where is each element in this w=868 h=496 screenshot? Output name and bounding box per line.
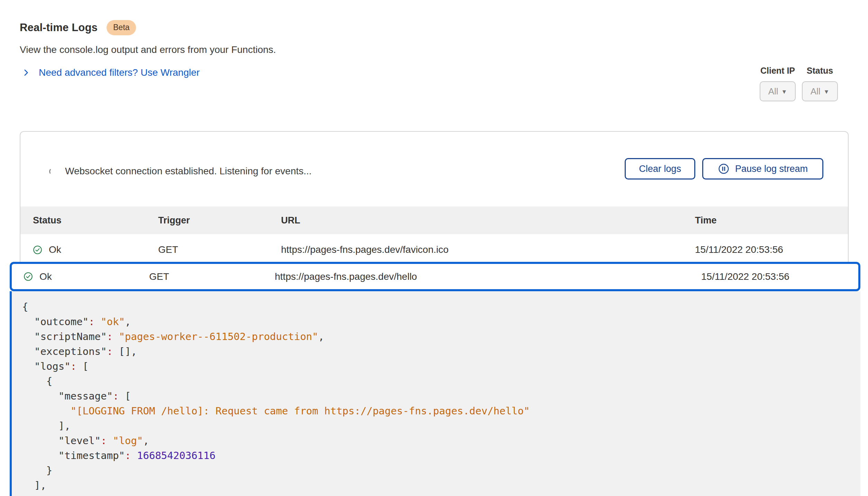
log-actions: Clear logs Pause log stream [625,158,823,180]
status-filter-value: All [811,86,821,97]
log-detail-panel: { "outcome": "ok", "scriptName": "pages-… [10,291,860,496]
expanded-log-entry: Ok GET https://pages-fns.pages.dev/hello… [10,262,860,496]
column-header-time: Time [695,215,835,226]
pause-circle-icon [718,163,730,175]
row-time: 15/11/2022 20:53:56 [701,271,847,282]
page-subtitle: View the console.log output and errors f… [20,44,276,55]
status-filter-dropdown[interactable]: All ▼ [802,81,838,101]
row-time: 15/11/2022 20:53:56 [695,244,835,255]
status-filter-label: Status [802,66,838,76]
column-header-url: URL [281,215,695,226]
status-filter: Status All ▼ [802,66,838,101]
wrangler-link[interactable]: Need advanced filters? Use Wrangler [21,67,200,78]
column-header-status: Status [33,215,158,226]
realtime-logs-page: Real-time Logs Beta View the console.log… [0,0,868,496]
caret-down-icon: ▼ [781,88,787,95]
log-panel-toolbar: Websocket connection established. Listen… [20,132,848,206]
log-detail-json: { "outcome": "ok", "scriptName": "pages-… [22,300,860,493]
pause-log-stream-label: Pause log stream [735,164,808,174]
beta-badge: Beta [107,20,136,35]
page-title: Real-time Logs [20,21,98,34]
row-status-label: Ok [49,244,61,255]
client-ip-filter-value: All [768,86,778,97]
row-trigger: GET [149,271,275,282]
client-ip-filter-dropdown[interactable]: All ▼ [760,81,796,101]
caret-down-icon: ▼ [824,88,830,95]
success-check-icon [24,272,33,281]
client-ip-filter-label: Client IP [760,66,796,76]
success-check-icon [33,245,42,255]
wrangler-link-label: Need advanced filters? Use Wrangler [39,67,200,78]
websocket-status: Websocket connection established. Listen… [48,166,311,177]
chevron-right-icon [21,67,30,78]
client-ip-filter: Client IP All ▼ [760,66,796,101]
row-url: https://pages-fns.pages.dev/favicon.ico [281,244,695,255]
row-trigger: GET [158,244,281,255]
pause-log-stream-button[interactable]: Pause log stream [702,158,823,180]
table-row-selected[interactable]: Ok GET https://pages-fns.pages.dev/hello… [10,262,860,291]
loading-spinner-icon [48,167,57,176]
log-table-header: Status Trigger URL Time [20,206,848,234]
page-header: Real-time Logs Beta [20,20,136,35]
websocket-status-text: Websocket connection established. Listen… [65,166,311,177]
row-status-label: Ok [39,271,52,282]
clear-logs-button[interactable]: Clear logs [625,158,695,180]
table-row[interactable]: Ok GET https://pages-fns.pages.dev/favic… [20,234,848,265]
row-url: https://pages-fns.pages.dev/hello [275,271,701,282]
column-header-trigger: Trigger [158,215,281,226]
